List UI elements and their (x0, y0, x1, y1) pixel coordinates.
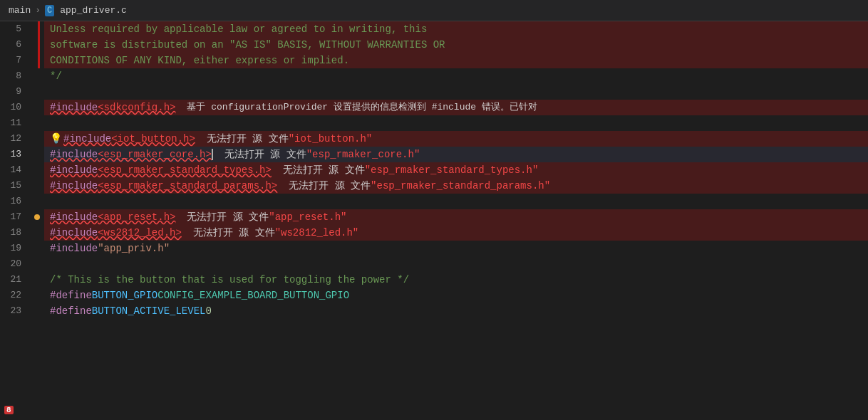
line-7: 7 (0, 53, 44, 68)
code-line-8: */ (44, 68, 868, 84)
editor-container: 5 6 7 8 9 10 11 12 (0, 21, 868, 420)
code-line-22: #define BUTTON_GPIO CONFIG_EXAMPLE_BOARD… (44, 288, 868, 303)
code-line-11 (44, 115, 868, 131)
breadcrumb-bar: main › C app_driver.c (0, 0, 868, 21)
code-line-21: /* This is the button that is used for t… (44, 272, 868, 288)
code-line-15: #include <esp_rmaker_standard_params.h> … (44, 178, 868, 194)
line-16: 16 (0, 194, 44, 209)
code-line-14: #include <esp_rmaker_standard_types.h> 无… (44, 162, 868, 178)
code-line-17: #include <app_reset.h> 无法打开 源 文件 "app_re… (44, 209, 868, 225)
breadcrumb-sep: › (35, 5, 41, 16)
line-15: 15 (0, 178, 44, 194)
code-line-16 (44, 194, 868, 209)
line-11: 11 (0, 115, 44, 131)
line-5: 5 (0, 21, 44, 37)
line-17: 17 (0, 209, 44, 225)
breadcrumb-file[interactable]: app_driver.c (60, 5, 127, 16)
line-20: 20 (0, 256, 44, 272)
code-area[interactable]: Unless required by applicable law or agr… (44, 21, 868, 420)
line-18: 18 (0, 225, 44, 241)
line-23: 23 (0, 303, 44, 319)
code-line-7: CONDITIONS OF ANY KIND, either express o… (44, 53, 868, 68)
code-line-23: #define BUTTON_ACTIVE_LEVEL 0 (44, 303, 868, 319)
line-14: 14 (0, 162, 44, 178)
line-9: 9 (0, 84, 44, 100)
code-line-5: Unless required by applicable law or agr… (44, 21, 868, 37)
breadcrumb-main[interactable]: main (9, 5, 31, 16)
code-line-9 (44, 84, 868, 100)
code-line-19: #include "app_priv.h" (44, 241, 868, 256)
code-line-20 (44, 256, 868, 272)
line-19: 19 (0, 241, 44, 256)
line-6: 6 (0, 37, 44, 53)
code-line-6: software is distributed on an "AS IS" BA… (44, 37, 868, 53)
error-count-badge: 8 (4, 404, 14, 416)
code-line-12: 💡 #include <iot_button.h> 无法打开 源 文件 "iot… (44, 131, 868, 147)
code-line-10: #include <sdkconfig.h> 基于 configurationP… (44, 100, 868, 115)
c-file-icon: C (45, 5, 54, 16)
line-8: 8 (0, 68, 44, 84)
code-line-13[interactable]: #include <esp_rmaker_core.h> 无法打开 源 文件 "… (44, 147, 868, 162)
line-22: 22 (0, 288, 44, 303)
line-12: 12 (0, 131, 44, 147)
line-21: 21 (0, 272, 44, 288)
code-line-18: #include <ws2812_led.h> 无法打开 源 文件 "ws281… (44, 225, 868, 241)
line-10: 10 (0, 100, 44, 115)
line-13: 13 (0, 147, 44, 162)
